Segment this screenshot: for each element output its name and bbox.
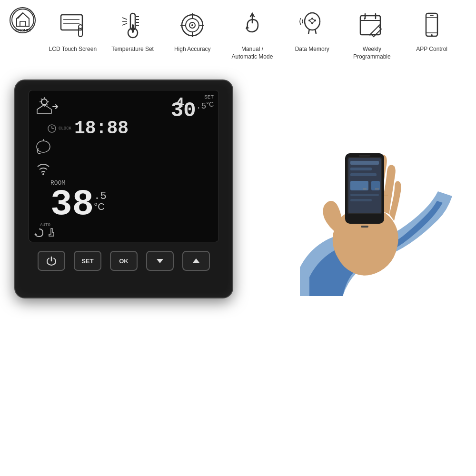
svg-marker-67 bbox=[34, 233, 37, 235]
svg-rect-73 bbox=[350, 161, 379, 165]
svg-line-36 bbox=[309, 19, 312, 20]
room-temp-display: 38 .5 °C bbox=[50, 187, 107, 223]
feature-lcd-touch-label: LCD Touch Screen bbox=[49, 46, 97, 53]
feature-lcd-touch: LCD Touch Screen bbox=[44, 9, 101, 53]
feature-temp-set: Temperature Set bbox=[104, 9, 161, 53]
set-temp-section: SET 30 .5 °C bbox=[171, 94, 214, 121]
svg-rect-80 bbox=[361, 226, 368, 228]
svg-rect-74 bbox=[350, 168, 372, 170]
up-button[interactable] bbox=[182, 251, 210, 271]
app-control-icon bbox=[415, 9, 448, 42]
logo: KINGHUI bbox=[10, 7, 36, 33]
room-temp-value: 38 bbox=[50, 187, 94, 223]
set-button[interactable]: SET bbox=[74, 251, 101, 271]
svg-point-23 bbox=[191, 24, 193, 26]
set-temp-value: 30 bbox=[171, 100, 196, 121]
sun-house-icon bbox=[35, 96, 60, 115]
features-bar: LCD Touch Screen Temperature Set bbox=[0, 0, 476, 65]
svg-text:7: 7 bbox=[363, 14, 367, 21]
svg-line-5 bbox=[18, 13, 23, 19]
thermostat-device: 4 SET 30 .5 °C bbox=[14, 79, 243, 313]
feature-manual-auto-label: Manual /Automatic Mode bbox=[232, 46, 273, 60]
auto-label: AUTO bbox=[40, 223, 50, 228]
data-memory-icon bbox=[296, 9, 329, 42]
down-button[interactable] bbox=[146, 251, 174, 271]
svg-rect-75 bbox=[350, 173, 377, 176]
ok-button[interactable]: OK bbox=[110, 251, 138, 271]
feature-data-memory-label: Data Memory bbox=[295, 46, 329, 53]
temp-set-icon bbox=[116, 9, 149, 42]
set-button-label: SET bbox=[81, 258, 93, 265]
svg-rect-12 bbox=[132, 24, 134, 33]
lcd-touch-icon bbox=[56, 9, 89, 42]
svg-point-52 bbox=[41, 99, 47, 105]
feature-high-accuracy: High Accuracy bbox=[164, 9, 221, 53]
room-decimal: .5 bbox=[94, 191, 106, 202]
svg-line-19 bbox=[122, 23, 127, 25]
svg-line-30 bbox=[308, 29, 309, 34]
room-unit: °C bbox=[94, 202, 106, 211]
lcd-screen: 4 SET 30 .5 °C bbox=[29, 90, 219, 242]
weekly-prog-icon: 7 bbox=[355, 9, 388, 42]
feature-high-accuracy-label: High Accuracy bbox=[174, 46, 211, 53]
clock-time: 18:88 bbox=[74, 118, 129, 139]
svg-rect-4 bbox=[20, 21, 26, 26]
svg-line-39 bbox=[312, 20, 315, 23]
feature-manual-auto: Manual /Automatic Mode bbox=[224, 9, 281, 60]
svg-marker-68 bbox=[157, 259, 163, 263]
svg-rect-78 bbox=[350, 194, 379, 196]
svg-line-57 bbox=[41, 99, 42, 99]
main-content: 4 SET 30 .5 °C bbox=[0, 70, 476, 322]
phone-hand-illustration bbox=[271, 87, 452, 306]
high-accuracy-icon bbox=[176, 9, 209, 42]
feature-weekly-prog: 7 WeeklyProgrammable bbox=[343, 9, 400, 60]
svg-line-46 bbox=[370, 34, 371, 36]
svg-line-31 bbox=[315, 29, 316, 34]
brand-name: KINGHUI bbox=[15, 28, 31, 32]
clock-row: CLOCK 18:88 bbox=[47, 118, 129, 139]
svg-line-17 bbox=[122, 18, 127, 20]
set-temp-display: 30 .5 °C bbox=[171, 100, 214, 121]
feature-app-control-label: APP Control bbox=[416, 46, 447, 53]
auto-section: AUTO bbox=[34, 223, 57, 238]
heater-wifi-icons bbox=[34, 138, 53, 178]
feature-weekly-prog-label: WeeklyProgrammable bbox=[353, 46, 391, 60]
svg-line-38 bbox=[309, 20, 312, 23]
thermostat-body: 4 SET 30 .5 °C bbox=[14, 79, 233, 298]
power-button[interactable] bbox=[38, 251, 65, 271]
svg-rect-51 bbox=[430, 15, 434, 16]
svg-line-58 bbox=[47, 104, 48, 105]
room-temp-section: ROOM 38 .5 °C bbox=[50, 179, 107, 223]
clock-label: CLOCK bbox=[59, 126, 71, 131]
set-decimal: .5 bbox=[196, 102, 207, 110]
svg-marker-1 bbox=[17, 13, 29, 26]
svg-line-37 bbox=[312, 19, 315, 20]
svg-point-50 bbox=[431, 34, 433, 36]
feature-app-control: APP Control bbox=[403, 9, 460, 53]
svg-rect-81 bbox=[359, 155, 370, 157]
svg-point-66 bbox=[42, 173, 44, 175]
auto-icons bbox=[34, 228, 57, 238]
svg-line-60 bbox=[37, 105, 44, 109]
button-row: SET OK bbox=[38, 251, 210, 271]
svg-rect-79 bbox=[350, 199, 372, 201]
svg-marker-69 bbox=[193, 258, 199, 263]
svg-point-29 bbox=[305, 13, 320, 30]
feature-data-memory: Data Memory bbox=[284, 9, 341, 53]
feature-temp-set-label: Temperature Set bbox=[111, 46, 154, 53]
phone-area bbox=[262, 79, 462, 313]
manual-auto-icon bbox=[236, 9, 269, 42]
set-unit-top: °C bbox=[206, 101, 214, 108]
svg-point-64 bbox=[37, 141, 50, 152]
ok-button-label: OK bbox=[119, 258, 129, 265]
